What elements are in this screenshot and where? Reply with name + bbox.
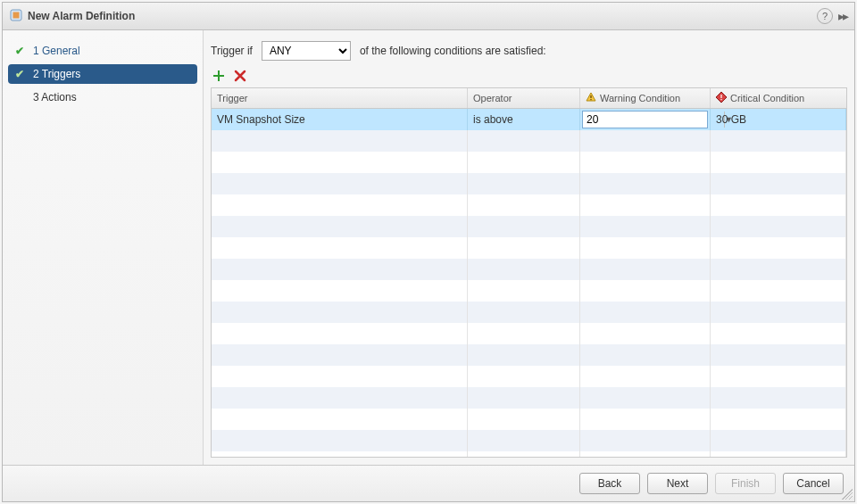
next-button[interactable]: Next bbox=[647, 473, 708, 494]
cell-warning[interactable] bbox=[580, 323, 711, 344]
cell-trigger[interactable] bbox=[212, 430, 468, 451]
wizard-step-triggers[interactable]: ✔ 2 Triggers bbox=[8, 64, 197, 84]
cell-trigger[interactable] bbox=[212, 237, 468, 259]
table-row[interactable] bbox=[212, 280, 846, 302]
warning-value-input[interactable] bbox=[583, 113, 724, 126]
cell-trigger[interactable] bbox=[212, 366, 468, 387]
table-row[interactable] bbox=[212, 259, 846, 280]
cell-trigger[interactable] bbox=[212, 173, 468, 194]
cell-operator[interactable] bbox=[468, 173, 580, 194]
cell-critical[interactable] bbox=[711, 194, 846, 216]
cell-trigger[interactable] bbox=[212, 302, 468, 323]
finish-button[interactable]: Finish bbox=[715, 473, 776, 494]
help-icon[interactable]: ? bbox=[817, 8, 833, 24]
cell-trigger[interactable] bbox=[212, 194, 468, 216]
table-row[interactable] bbox=[212, 387, 846, 409]
table-row[interactable] bbox=[212, 152, 846, 173]
cell-warning[interactable] bbox=[580, 152, 711, 173]
cell-critical[interactable] bbox=[711, 237, 846, 259]
cell-operator[interactable] bbox=[468, 259, 580, 280]
cell-operator[interactable]: is above bbox=[468, 109, 580, 130]
table-row[interactable] bbox=[212, 323, 846, 344]
cell-warning[interactable] bbox=[580, 173, 711, 194]
table-row[interactable] bbox=[212, 344, 846, 366]
cell-trigger[interactable] bbox=[212, 130, 468, 152]
cell-trigger[interactable] bbox=[212, 451, 468, 457]
cell-trigger[interactable] bbox=[212, 216, 468, 237]
cell-operator[interactable] bbox=[468, 344, 580, 366]
table-row[interactable] bbox=[212, 216, 846, 237]
cell-warning[interactable] bbox=[580, 280, 711, 302]
table-row[interactable] bbox=[212, 194, 846, 216]
cell-warning[interactable] bbox=[580, 366, 711, 387]
cell-warning[interactable] bbox=[580, 344, 711, 366]
cell-critical[interactable] bbox=[711, 130, 846, 152]
cell-warning[interactable] bbox=[580, 237, 711, 259]
cell-warning[interactable] bbox=[580, 194, 711, 216]
cell-operator[interactable] bbox=[468, 280, 580, 302]
cell-critical[interactable] bbox=[711, 344, 846, 366]
warning-input-combo[interactable]: ▼ bbox=[582, 111, 708, 128]
cell-critical[interactable] bbox=[711, 323, 846, 344]
cell-warning[interactable] bbox=[580, 130, 711, 152]
wizard-step-actions[interactable]: ✔ 3 Actions bbox=[8, 87, 197, 107]
cell-warning[interactable] bbox=[580, 409, 711, 430]
add-icon[interactable] bbox=[211, 68, 227, 84]
col-header-operator[interactable]: Operator bbox=[468, 88, 580, 108]
expand-icon[interactable]: ▸▸ bbox=[838, 9, 847, 23]
cell-critical[interactable] bbox=[711, 430, 846, 451]
cell-critical[interactable] bbox=[711, 387, 846, 409]
cell-warning[interactable]: ▼ bbox=[580, 109, 711, 130]
resize-grip[interactable] bbox=[842, 489, 853, 500]
col-header-warning[interactable]: Warning Condition bbox=[580, 88, 711, 108]
table-row[interactable] bbox=[212, 366, 846, 387]
cell-operator[interactable] bbox=[468, 323, 580, 344]
table-row[interactable] bbox=[212, 451, 846, 457]
cell-warning[interactable] bbox=[580, 259, 711, 280]
remove-icon[interactable] bbox=[232, 68, 248, 84]
cell-trigger[interactable] bbox=[212, 280, 468, 302]
col-header-trigger[interactable]: Trigger bbox=[212, 88, 468, 108]
cell-critical[interactable] bbox=[711, 451, 846, 457]
cell-warning[interactable] bbox=[580, 430, 711, 451]
cell-trigger[interactable] bbox=[212, 409, 468, 430]
cell-trigger[interactable] bbox=[212, 323, 468, 344]
table-row[interactable] bbox=[212, 130, 846, 152]
cell-operator[interactable] bbox=[468, 302, 580, 323]
cell-warning[interactable] bbox=[580, 216, 711, 237]
cell-critical[interactable]: 30 GB bbox=[711, 109, 846, 130]
cell-warning[interactable] bbox=[580, 302, 711, 323]
cell-critical[interactable] bbox=[711, 302, 846, 323]
cell-operator[interactable] bbox=[468, 387, 580, 409]
wizard-step-general[interactable]: ✔ 1 General bbox=[8, 41, 197, 61]
cell-operator[interactable] bbox=[468, 366, 580, 387]
cell-critical[interactable] bbox=[711, 366, 846, 387]
col-header-critical[interactable]: Critical Condition bbox=[711, 88, 846, 108]
table-row[interactable] bbox=[212, 237, 846, 259]
cell-critical[interactable] bbox=[711, 216, 846, 237]
cell-warning[interactable] bbox=[580, 387, 711, 409]
cell-operator[interactable] bbox=[468, 130, 580, 152]
table-row[interactable] bbox=[212, 409, 846, 430]
cancel-button[interactable]: Cancel bbox=[783, 473, 844, 494]
cell-operator[interactable] bbox=[468, 237, 580, 259]
cell-trigger[interactable] bbox=[212, 152, 468, 173]
cell-critical[interactable] bbox=[711, 173, 846, 194]
back-button[interactable]: Back bbox=[579, 473, 640, 494]
cell-trigger[interactable] bbox=[212, 387, 468, 409]
cell-operator[interactable] bbox=[468, 409, 580, 430]
cell-critical[interactable] bbox=[711, 259, 846, 280]
table-row[interactable] bbox=[212, 302, 846, 323]
cell-critical[interactable] bbox=[711, 280, 846, 302]
table-row[interactable] bbox=[212, 173, 846, 194]
trigger-mode-select[interactable]: ANYALL bbox=[262, 41, 351, 61]
cell-operator[interactable] bbox=[468, 194, 580, 216]
cell-operator[interactable] bbox=[468, 152, 580, 173]
cell-operator[interactable] bbox=[468, 430, 580, 451]
cell-trigger[interactable]: VM Snapshot Size bbox=[212, 109, 468, 130]
table-row[interactable]: VM Snapshot Size is above ▼ 30 bbox=[212, 109, 846, 130]
cell-operator[interactable] bbox=[468, 216, 580, 237]
cell-critical[interactable] bbox=[711, 152, 846, 173]
cell-trigger[interactable] bbox=[212, 259, 468, 280]
table-row[interactable] bbox=[212, 430, 846, 451]
